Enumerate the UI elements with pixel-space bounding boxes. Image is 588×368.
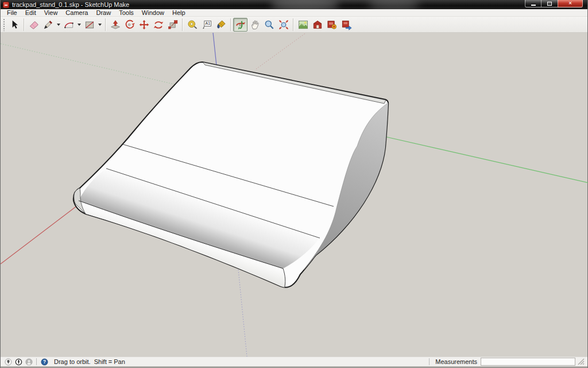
pan-tool-button[interactable] [247,18,262,32]
menu-window[interactable]: Window [138,9,168,17]
menu-view[interactable]: View [40,9,62,17]
maximize-button[interactable] [541,0,558,7]
maximize-icon [547,2,552,6]
red-axis-dotted [256,33,306,69]
rotate-tool-button[interactable] [151,18,165,32]
text-tool-button[interactable]: A1 [199,18,214,32]
move-icon [138,19,150,30]
status-separator [429,358,430,365]
getting-started-toolbar: A1 [1,17,587,33]
scale-icon [167,19,179,30]
geolocation-icon [5,358,12,366]
push-pull-tool-button[interactable] [108,18,122,32]
viewport-canvas[interactable] [1,33,588,356]
share-model-button[interactable] [339,18,353,32]
status-hint-text: Drag to orbit. Shift = Pan [54,358,125,365]
toolbar-separator [182,18,183,31]
blue-axis-solid [213,33,216,66]
status-bar: ? Drag to orbit. Shift = Pan Measurement… [1,356,587,366]
zoom-extents-tool-button[interactable] [276,18,291,32]
model-trackpad-stand[interactable] [74,62,388,289]
toolbar-separator [24,18,24,31]
zoom-tool-button[interactable] [262,18,276,32]
get-models-icon [312,19,323,30]
follow-me-tool-button[interactable] [122,18,137,32]
credit-attribution-button[interactable] [14,358,22,366]
add-location-button[interactable] [296,18,310,32]
menu-edit[interactable]: Edit [21,9,40,17]
eraser-icon [28,19,40,30]
sketchup-logo-icon [3,2,9,8]
select-tool-button[interactable] [7,18,21,32]
svg-text:?: ? [42,359,45,365]
line-tool-button[interactable] [41,18,55,32]
rotate-icon [153,19,164,30]
arc-tool-dropdown[interactable] [76,18,82,32]
zoom-extents-icon [278,19,289,30]
line-tool-dropdown[interactable] [55,18,61,32]
green-axis-dotted [1,44,188,87]
sign-in-button[interactable] [25,358,33,366]
chevron-down-icon [78,24,81,26]
paint-bucket-tool-button[interactable] [214,18,228,32]
pan-hand-icon [249,19,261,30]
menu-draw[interactable]: Draw [92,9,115,17]
arc-tool-button[interactable] [61,18,76,32]
sign-in-person-icon [25,358,33,366]
green-axis-solid [386,137,588,183]
status-separator [36,358,37,365]
tape-measure-tool-button[interactable] [185,18,199,32]
rectangle-tool-dropdown[interactable] [96,18,103,32]
select-icon [9,19,20,30]
extension-warehouse-icon [326,19,338,30]
window-title: trackpad_stand_0.1.skp - SketchUp Make [12,1,129,8]
close-button[interactable]: ✕ [558,0,583,7]
geolocation-status-button[interactable] [4,358,12,366]
orbit-tool-button[interactable] [233,18,247,32]
help-icon: ? [41,358,48,366]
minimize-icon [531,5,536,6]
extension-warehouse-button[interactable] [324,18,339,32]
menu-tools[interactable]: Tools [115,9,138,17]
glass-reflection [368,0,420,9]
credit-attribution-icon [15,358,22,366]
share-model-icon [341,19,352,30]
get-models-button[interactable] [310,18,324,32]
chevron-down-icon [57,24,60,26]
push-pull-icon [110,19,121,30]
blue-axis-dotted [238,270,247,356]
tape-measure-icon [187,19,198,30]
menu-help[interactable]: Help [168,9,189,17]
rectangle-icon [84,19,95,30]
toolbar-separator [230,18,231,31]
window-controls: ✕ [525,0,583,7]
paint-bucket-icon [215,19,227,30]
toolbar-drag-handle[interactable] [3,18,6,31]
arc-icon [63,19,75,30]
line-pencil-icon [42,19,54,30]
minimize-button[interactable] [525,0,541,7]
help-button[interactable]: ? [40,358,48,366]
sketchup-window: trackpad_stand_0.1.skp - SketchUp Make ✕… [0,0,588,368]
red-axis-solid [1,206,77,264]
measurements-input[interactable] [481,358,575,366]
menu-file[interactable]: File [3,9,21,17]
menu-camera[interactable]: Camera [61,9,92,17]
scale-tool-button[interactable] [165,18,180,32]
text-icon: A1 [201,19,212,30]
move-tool-button[interactable] [137,18,151,32]
toolbar-separator [105,18,106,31]
rectangle-tool-button[interactable] [82,18,96,32]
modeling-viewport[interactable] [1,33,587,356]
eraser-tool-button[interactable] [26,18,41,32]
measurements-label: Measurements [435,358,477,365]
follow-me-icon [124,19,136,30]
toolbar-separator [293,18,293,31]
resize-grip[interactable] [577,358,585,366]
orbit-icon [235,19,246,30]
chevron-down-icon [98,24,102,26]
menu-bar: File Edit View Camera Draw Tools Window … [1,9,587,17]
add-location-icon [297,19,309,30]
title-bar[interactable]: trackpad_stand_0.1.skp - SketchUp Make ✕ [1,0,587,9]
zoom-icon [264,19,275,30]
